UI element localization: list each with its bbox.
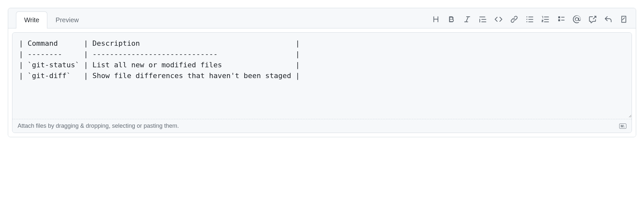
- code-icon[interactable]: [494, 15, 503, 24]
- attach-files-hint[interactable]: Attach files by dragging & dropping, sel…: [12, 119, 632, 133]
- link-icon[interactable]: [510, 15, 518, 24]
- reply-icon[interactable]: [604, 15, 612, 24]
- quote-icon[interactable]: [479, 15, 487, 24]
- cross-reference-icon[interactable]: [588, 15, 597, 24]
- task-list-icon[interactable]: [557, 15, 565, 24]
- textarea-container: Attach files by dragging & dropping, sel…: [12, 32, 632, 133]
- editor-header: Write Preview: [8, 8, 636, 28]
- editor-body: Attach files by dragging & dropping, sel…: [8, 28, 636, 137]
- formatting-toolbar: [432, 15, 632, 28]
- ordered-list-icon[interactable]: [541, 15, 550, 24]
- tab-preview[interactable]: Preview: [47, 11, 87, 28]
- unordered-list-icon[interactable]: [526, 15, 534, 24]
- bold-icon[interactable]: [447, 15, 456, 24]
- tab-write[interactable]: Write: [16, 11, 47, 28]
- comment-editor: Write Preview: [8, 8, 636, 137]
- markdown-icon[interactable]: M↓: [619, 124, 626, 129]
- attach-hint-text: Attach files by dragging & dropping, sel…: [18, 123, 179, 129]
- italic-icon[interactable]: [463, 15, 471, 24]
- comment-textarea[interactable]: [12, 33, 632, 118]
- heading-icon[interactable]: [432, 15, 440, 24]
- mention-icon[interactable]: [573, 15, 581, 24]
- tabs: Write Preview: [16, 11, 87, 28]
- slash-commands-icon[interactable]: [620, 15, 628, 24]
